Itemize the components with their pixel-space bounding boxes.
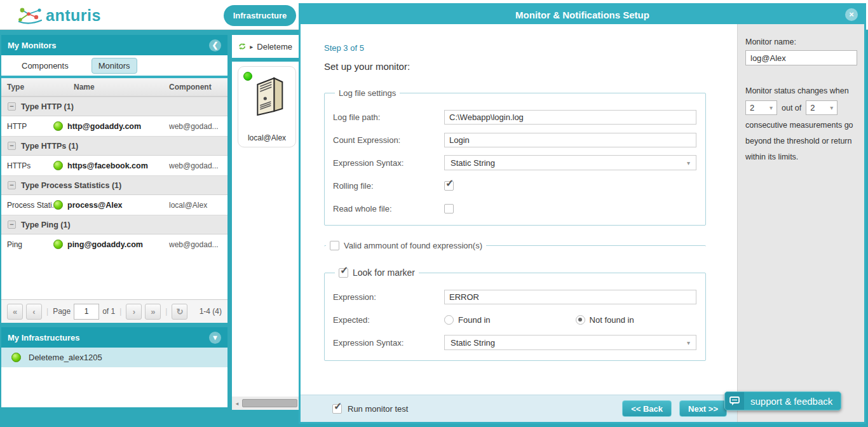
tab-monitors[interactable]: Monitors [92,58,137,74]
next-page-button[interactable]: › [126,304,142,320]
valid-amount-checkbox[interactable] [330,241,339,250]
table-row-http[interactable]: HTTP http@godaddy.com web@godad... [1,116,227,136]
tab-components[interactable]: Components [15,58,75,73]
group-label: Type HTTPs (1) [21,142,78,151]
expected-label: Expected: [333,315,444,325]
cell-type: Ping [1,240,53,249]
support-feedback-button[interactable]: support & feedback [724,391,841,410]
marker-expression-syntax-select[interactable]: Static String ▾ [444,335,696,350]
found-in-radio[interactable] [444,315,454,325]
group-row-ping[interactable]: − Type Ping (1) [1,215,227,234]
count1-select[interactable]: 2 ▾ [745,100,777,115]
my-monitors-title: My Monitors [8,41,209,50]
group-row-process-statistics[interactable]: − Type Process Statistics (1) [1,175,227,195]
status-change-text-line1: Monitor status changes when [745,83,857,98]
horizontal-scrollbar[interactable]: ◂ [232,396,299,410]
status-ok-dot [53,121,63,131]
cell-component: web@godad... [169,161,227,170]
rolling-file-checkbox[interactable]: ✓ [444,181,454,191]
marker-expression-input[interactable] [444,290,696,304]
rolling-file-label: Rolling file: [333,181,444,191]
collapse-panel-icon[interactable]: ❮ [209,39,221,51]
table-row-process[interactable]: Process Stati... process@Alex local@Alex [1,195,227,215]
cell-type: HTTP [1,122,53,131]
column-component[interactable]: Component [169,83,227,92]
pagination-bar: « ‹ | Page of 1 | › » | ↻ 1-4 (4) [1,299,227,323]
list-empty-space [1,367,227,407]
group-row-http[interactable]: − Type HTTP (1) [1,97,227,116]
table-row-https[interactable]: HTTPs https@facebook.com web@godad... [1,156,227,175]
run-monitor-test-label: Run monitor test [348,404,408,414]
table-empty-space [1,254,227,299]
sync-icon[interactable] [238,41,246,51]
logo-icon [17,4,43,26]
my-infrastructures-header: My Infrastructures ▾ [1,327,227,348]
collapse-down-icon[interactable]: ▾ [209,332,221,344]
check-icon: ✓ [334,400,342,412]
log-file-path-input[interactable] [444,110,696,125]
table-row-ping[interactable]: Ping ping@godaddy.com web@godad... [1,234,227,254]
group-label: Type HTTP (1) [21,102,74,111]
refresh-icon[interactable]: ↻ [172,304,187,320]
monitor-name-input[interactable] [745,50,857,65]
component-node-card[interactable]: local@Alex [238,66,296,147]
chevron-down-icon: ▾ [687,339,690,346]
count2-select[interactable]: 2 ▾ [806,100,837,115]
status-ok-dot [11,353,21,362]
next-button[interactable]: Next >> [679,400,727,417]
cell-name: http@godaddy.com [63,122,169,131]
modal-footer: ✓ Run monitor test << Back Next >> [301,395,737,422]
expression-syntax-select[interactable]: Static String ▾ [444,155,696,170]
collapse-group-icon[interactable]: − [8,181,16,189]
modal-main-area: Step 3 of 5 Set up your monitor: Log fil… [301,24,737,422]
prev-page-button[interactable]: ‹ [26,304,42,320]
first-page-button[interactable]: « [7,304,23,320]
run-monitor-test-checkbox[interactable]: ✓ [332,404,342,414]
column-name[interactable]: Name [62,83,169,92]
collapse-group-icon[interactable]: − [8,102,16,111]
table-header: Type Name Component [1,78,227,97]
infrastructure-name: Deleteme_alex1205 [29,353,102,362]
my-monitors-panel: My Monitors ❮ Components Monitors Type N… [1,35,227,323]
check-icon: ✓ [340,264,348,276]
log-file-settings-legend: Log file settings [339,88,396,98]
separator: | [118,307,123,316]
back-button[interactable]: << Back [622,400,672,417]
scrollbar-thumb[interactable] [242,399,297,407]
cell-name: ping@godaddy.com [63,240,169,249]
close-icon[interactable]: × [845,8,858,21]
group-row-https[interactable]: − Type HTTPs (1) [1,136,227,156]
not-found-in-radio[interactable] [576,315,585,325]
modal-header: Monitor & Notifications Setup × [301,5,864,24]
cell-component: local@Alex [169,201,227,210]
status-ok-dot [243,72,252,81]
my-monitors-header: My Monitors ❮ [1,35,227,55]
cell-name: process@Alex [63,201,169,210]
app-root: anturis Infrastructure My Monitors ❮ Com… [0,0,868,427]
breadcrumb-arrow-icon: ▸ [250,43,253,50]
breadcrumb-item[interactable]: Deleteme [257,42,292,51]
log-file-settings-group: Log file settings Log file path: Count E… [324,88,706,226]
collapse-group-icon[interactable]: − [8,220,16,229]
chevron-down-icon: ▾ [687,159,690,166]
read-whole-file-label: Read whole file: [333,204,444,214]
infrastructure-explorer: ▸ Deleteme local@Alex [232,35,299,410]
monitors-tabs: Components Monitors [1,55,227,78]
component-node-label: local@Alex [238,133,295,142]
collapse-group-icon[interactable]: − [8,142,16,150]
step-indicator: Step 3 of 5 [324,43,709,53]
infrastructure-button[interactable]: Infrastructure [224,5,296,26]
scroll-left-icon[interactable]: ◂ [232,400,242,407]
last-page-button[interactable]: » [145,304,161,320]
count-expression-input[interactable] [444,133,696,147]
page-number-input[interactable] [74,304,99,320]
chevron-down-icon: ▾ [830,104,833,111]
my-infrastructures-title: My Infrastructures [8,333,209,342]
modal-sidebar: Monitor name: Monitor status changes whe… [737,24,864,422]
column-type[interactable]: Type [1,83,62,92]
cell-type: Process Stati... [1,201,53,210]
out-of-label: out of [782,104,801,112]
read-whole-file-checkbox[interactable] [444,204,454,214]
infrastructure-list-item[interactable]: Deleteme_alex1205 [1,348,227,367]
look-for-marker-checkbox[interactable]: ✓ [339,268,348,278]
